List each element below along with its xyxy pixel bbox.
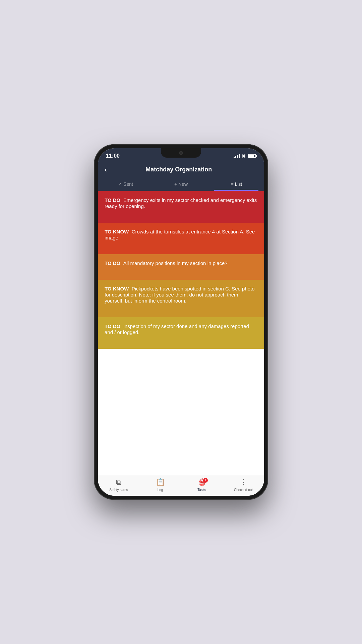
card-todo-emergency[interactable]: TO DO Emergency exits in my sector check…: [98, 191, 264, 223]
safety-cards-icon: ⧉: [116, 478, 121, 487]
camera: [179, 151, 183, 155]
nav-label-tasks: Tasks: [197, 488, 206, 492]
log-icon: 📋: [156, 478, 165, 487]
card-label-4: TO DO: [105, 323, 120, 329]
app-header: ‹ Matchday Organization: [98, 162, 264, 178]
checked-out-icon: ⋮: [240, 478, 247, 487]
phone-screen: 11:00 ⌘ ‹ Matchday Organization ✓ Sent: [98, 148, 264, 496]
tab-bar: ✓ Sent + New ≡ List: [98, 178, 264, 191]
tab-list[interactable]: ≡ List: [209, 178, 264, 191]
battery-icon: [248, 154, 256, 158]
card-text-4: Inspection of my sector done and any dam…: [105, 323, 249, 335]
card-label-0: TO DO: [105, 197, 120, 203]
tab-sent[interactable]: ✓ Sent: [98, 178, 153, 191]
card-toknow-pickpockets[interactable]: TO KNOW Pickpockets have been spotted in…: [98, 280, 264, 317]
card-label-3: TO KNOW: [105, 286, 129, 291]
wifi-icon: ⌘: [242, 154, 246, 159]
nav-safety-cards[interactable]: ⧉ Safety cards: [98, 478, 139, 492]
page-title: Matchday Organization: [110, 166, 247, 173]
notch: [161, 148, 201, 158]
nav-label-safety-cards: Safety cards: [109, 488, 128, 492]
nav-label-log: Log: [158, 488, 163, 492]
card-todo-inspection[interactable]: TO DO Inspection of my sector done and a…: [98, 317, 264, 349]
card-label-2: TO DO: [105, 260, 120, 266]
signal-icon: [234, 154, 240, 158]
nav-log[interactable]: 📋 Log: [139, 478, 181, 492]
phone-frame: 11:00 ⌘ ‹ Matchday Organization ✓ Sent: [94, 144, 268, 500]
tab-new[interactable]: + New: [153, 178, 208, 191]
status-icons: ⌘: [234, 154, 256, 159]
back-button[interactable]: ‹: [105, 166, 107, 173]
nav-checked-out[interactable]: ⋮ Checked out: [223, 478, 264, 492]
status-time: 11:00: [106, 153, 120, 159]
card-text-0: Emergency exits in my sector checked and…: [105, 197, 257, 209]
cards-list: TO DO Emergency exits in my sector check…: [98, 191, 264, 475]
nav-label-checked-out: Checked out: [234, 488, 253, 492]
nav-tasks[interactable]: 👙 ! Tasks: [181, 478, 223, 492]
tasks-badge: !: [203, 478, 208, 483]
bottom-navigation: ⧉ Safety cards 📋 Log 👙 ! Tasks ⋮ Checked…: [98, 475, 264, 496]
card-label-1: TO KNOW: [105, 229, 129, 234]
card-todo-positions[interactable]: TO DO All mandatory positions in my sect…: [98, 254, 264, 280]
card-text-2: All mandatory positions in my section in…: [123, 260, 228, 266]
card-toknow-crowds[interactable]: TO KNOW Crowds at the turnstiles at entr…: [98, 223, 264, 254]
